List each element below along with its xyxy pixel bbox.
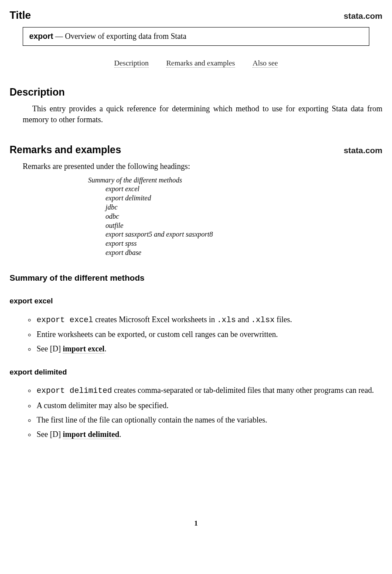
list-item: export excel creates Microsoft Excel wor… — [36, 314, 382, 326]
export-delimited-list: export delimited creates comma-separated… — [28, 385, 382, 440]
export-delimited-heading: export delimited — [10, 367, 382, 378]
headings-list: Summary of the different methods export … — [88, 176, 382, 258]
code-text: export delimited — [37, 386, 112, 395]
list-item: See [D] import excel. — [36, 344, 382, 354]
list-item: A custom delimiter may also be specified… — [36, 400, 382, 411]
list-item: export delimited creates comma-separated… — [36, 385, 382, 396]
list-item: Entire worksheets can be exported, or cu… — [36, 329, 382, 340]
code-text: .xlsx — [251, 316, 275, 324]
headings-list-item[interactable]: jdbc — [106, 203, 382, 212]
nav-remarks[interactable]: Remarks and examples — [166, 59, 235, 68]
headings-list-item[interactable]: export excel — [106, 185, 382, 194]
title-command: export — [29, 32, 53, 41]
headings-list-item[interactable]: export dbase — [106, 248, 382, 258]
export-excel-list: export excel creates Microsoft Excel wor… — [28, 314, 382, 355]
remarks-heading: Remarks and examples — [10, 143, 121, 157]
description-para: This entry provides a quick reference fo… — [23, 103, 382, 125]
title-header: Title stata.com — [10, 8, 382, 23]
page-title: Title — [10, 8, 31, 23]
nav-description[interactable]: Description — [114, 59, 149, 68]
nav-also-see[interactable]: Also see — [252, 59, 278, 68]
code-text: export excel — [37, 316, 93, 324]
remarks-intro: Remarks are presented under the followin… — [23, 161, 382, 172]
site-link[interactable]: stata.com — [344, 10, 382, 22]
code-text: .xls — [217, 316, 236, 324]
headings-list-item[interactable]: export delimited — [106, 194, 382, 203]
headings-list-item[interactable]: export sasxport5 and export sasxport8 — [106, 230, 382, 239]
title-subtitle: Overview of exporting data from Stata — [65, 32, 186, 41]
title-box: export — Overview of exporting data from… — [23, 27, 369, 46]
headings-list-item[interactable]: export spss — [106, 239, 382, 248]
headings-list-item[interactable]: outfile — [106, 221, 382, 230]
list-item: See [D] import delimited. — [36, 429, 382, 440]
remarks-site-link[interactable]: stata.com — [344, 145, 382, 157]
nav-links: Description Remarks and examples Also se… — [10, 58, 382, 69]
headings-list-item[interactable]: odbc — [106, 212, 382, 221]
ref-link-import-delimited[interactable]: import delimited — [63, 430, 119, 439]
description-header: Description — [10, 85, 382, 99]
export-excel-heading: export excel — [10, 296, 382, 306]
ref-link-import-excel[interactable]: import excel — [63, 344, 104, 354]
summary-heading: Summary of the different methods — [10, 272, 382, 284]
page-number: 1 — [10, 519, 382, 528]
title-dash: — — [53, 32, 65, 41]
list-item: The first line of the file can optionall… — [36, 415, 382, 426]
remarks-header: Remarks and examples stata.com — [10, 143, 382, 157]
headings-list-title[interactable]: Summary of the different methods — [88, 176, 382, 185]
description-heading: Description — [10, 85, 65, 99]
